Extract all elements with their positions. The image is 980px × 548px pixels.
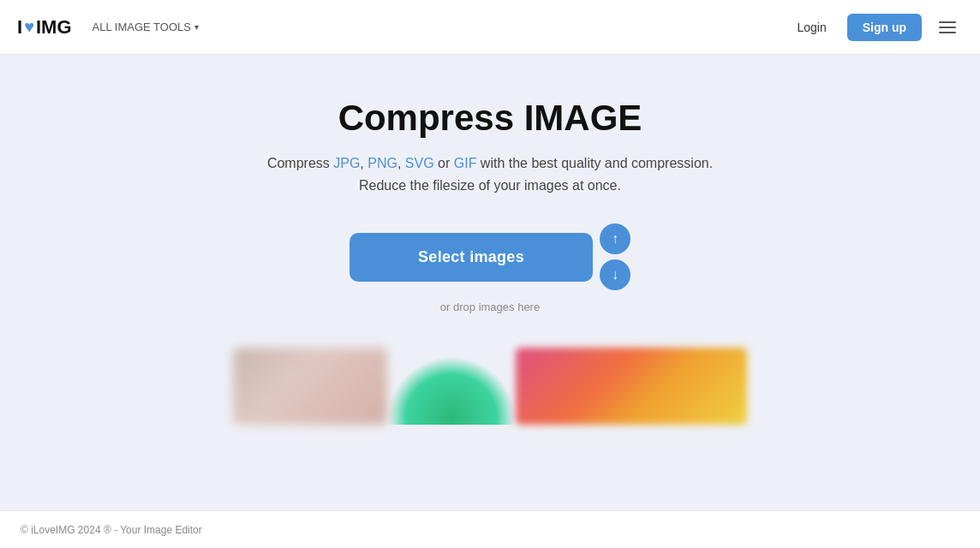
- all-tools-label: ALL IMAGE TOOLS: [93, 21, 191, 33]
- gif-link[interactable]: GIF: [454, 156, 477, 170]
- logo-i: I: [17, 16, 22, 39]
- logo-heart-icon: ♥: [24, 17, 34, 37]
- preview-thumbnail-2: [387, 356, 516, 425]
- navbar: I ♥ IMG ALL IMAGE TOOLS ▾ Login Sign up: [0, 0, 980, 55]
- logo-img-text: IMG: [36, 16, 72, 39]
- svg-link[interactable]: SVG: [405, 156, 434, 170]
- navbar-left: I ♥ IMG ALL IMAGE TOOLS ▾: [17, 15, 206, 39]
- device-download-icon: ↓: [612, 267, 618, 283]
- signup-button[interactable]: Sign up: [847, 14, 922, 41]
- navbar-right: Login Sign up: [786, 12, 963, 43]
- menu-bar-3: [939, 32, 956, 33]
- chevron-down-icon: ▾: [194, 22, 199, 32]
- menu-bar-1: [939, 21, 956, 23]
- page-subtitle: Compress JPG, PNG, SVG or GIF with the b…: [267, 152, 713, 196]
- footer-text: © iLoveIMG 2024 ® - Your Image Editor: [21, 524, 202, 536]
- preview-thumbnail-3: [516, 348, 747, 425]
- png-link[interactable]: PNG: [368, 156, 397, 170]
- all-tools-button[interactable]: ALL IMAGE TOOLS ▾: [86, 15, 206, 39]
- subtitle-line2: Reduce the filesize of your images at on…: [359, 178, 621, 193]
- select-images-button[interactable]: Select images: [350, 233, 593, 282]
- cloud-upload-icon: ↑: [612, 231, 618, 247]
- preview-thumbnail-1: [233, 348, 387, 425]
- upload-cloud-button[interactable]: ↑: [600, 223, 630, 254]
- subtitle-before: Compress: [267, 156, 333, 170]
- upload-icons-group: ↑ ↓: [600, 223, 630, 290]
- menu-bar-2: [939, 27, 956, 28]
- login-button[interactable]: Login: [786, 15, 836, 39]
- drop-text: or drop images here: [440, 301, 540, 313]
- footer: © iLoveIMG 2024 ® - Your Image Editor: [0, 510, 980, 548]
- logo[interactable]: I ♥ IMG: [17, 16, 72, 39]
- page-title: Compress IMAGE: [338, 98, 642, 139]
- preview-thumbnails-row: [190, 348, 790, 425]
- subtitle-after: with the best quality and compression.: [481, 156, 713, 170]
- main-content: Compress IMAGE Compress JPG, PNG, SVG or…: [0, 55, 980, 510]
- subtitle-or: or: [438, 156, 454, 170]
- jpg-link[interactable]: JPG: [333, 156, 360, 170]
- upload-device-button[interactable]: ↓: [600, 259, 630, 290]
- hamburger-menu-button[interactable]: [932, 12, 963, 43]
- upload-area: Select images ↑ ↓: [350, 223, 630, 290]
